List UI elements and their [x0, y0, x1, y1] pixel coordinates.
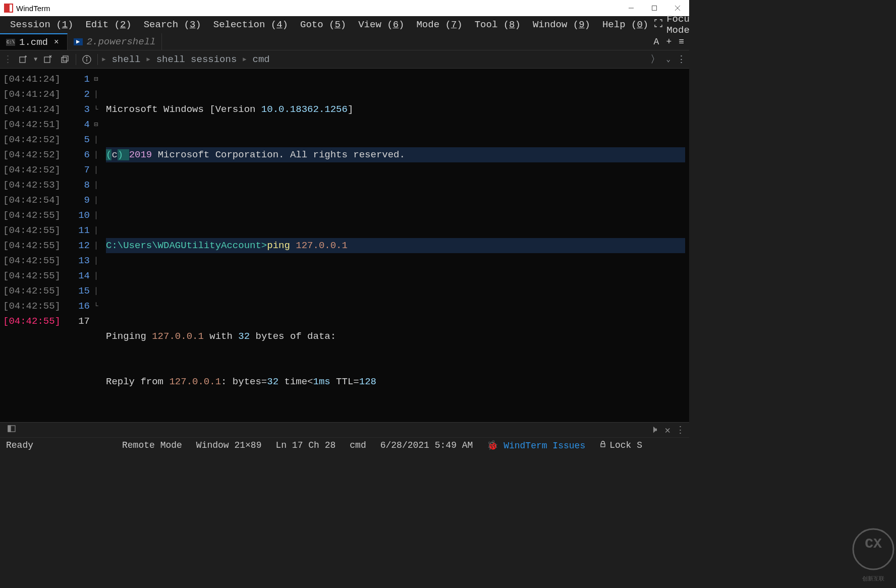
tab-menu-icon[interactable]: ≡	[679, 37, 684, 47]
status-issues[interactable]: 🐞 WindTerm Issues	[487, 440, 585, 451]
svg-rect-3	[652, 6, 657, 11]
tabbar: C:\ 1.cmd × ▶ 2.powershell A + ≡	[0, 33, 689, 50]
chevron-right-icon: ▶	[102, 55, 105, 63]
menu-window[interactable]: Window (9)	[527, 17, 596, 32]
chevron-down-icon[interactable]: ▼	[34, 56, 37, 63]
breadcrumb: ▶ shell ▶ shell sessions ▶ cmd	[102, 54, 270, 65]
terminal-area[interactable]: [04:41:24] [04:41:24] [04:41:24] [04:42:…	[0, 69, 689, 422]
app-icon	[4, 4, 13, 13]
timestamp-gutter: [04:41:24] [04:41:24] [04:41:24] [04:42:…	[0, 69, 66, 422]
statusbar: Ready Remote Mode Window 21×89 Ln 17 Ch …	[0, 437, 689, 452]
breadcrumb-item[interactable]: shell	[111, 54, 140, 65]
tab-cmd[interactable]: C:\ 1.cmd ×	[0, 33, 68, 50]
powershell-icon: ▶	[74, 38, 83, 45]
duplicate-session-icon[interactable]	[59, 53, 72, 66]
svg-rect-15	[63, 56, 68, 61]
tab-actions: A + ≡	[654, 33, 689, 50]
app-title: WindTerm	[16, 4, 620, 13]
breadcrumb-item[interactable]: shell sessions	[156, 54, 237, 65]
menu-mode[interactable]: Mode (7)	[410, 17, 468, 32]
close-icon[interactable]: ×	[52, 38, 61, 47]
status-lock[interactable]: Lock S	[599, 440, 642, 450]
panel-bar: 🕨 ✕ ⋮	[0, 422, 689, 437]
status-cursor[interactable]: Ln 17 Ch 28	[275, 440, 335, 450]
chevron-right-icon: ▶	[146, 55, 150, 63]
status-window-size[interactable]: Window 21×89	[196, 440, 262, 450]
menu-search[interactable]: Search (3)	[138, 17, 207, 32]
status-datetime: 6/28/2021 5:49 AM	[380, 440, 473, 450]
panel-more-icon[interactable]: ⋮	[676, 424, 685, 436]
svg-rect-8	[20, 57, 25, 63]
svg-rect-14	[62, 57, 67, 63]
menu-session[interactable]: Session (1)	[4, 17, 79, 32]
fold-icon[interactable]: ⊟	[94, 72, 103, 87]
tab-label: 1.cmd	[19, 37, 48, 48]
more-icon[interactable]: ⋮	[677, 53, 686, 66]
menu-tool[interactable]: Tool (8)	[469, 17, 527, 32]
menu-view[interactable]: View (6)	[352, 17, 410, 32]
volume-icon[interactable]: 🕨	[650, 424, 660, 436]
lock-icon	[599, 440, 606, 450]
font-size-icon[interactable]: A	[654, 37, 659, 47]
tab-powershell[interactable]: ▶ 2.powershell	[68, 33, 162, 50]
new-session-icon[interactable]	[17, 53, 30, 66]
status-mode[interactable]: Remote Mode	[122, 440, 182, 450]
minimize-button[interactable]	[620, 0, 643, 16]
tab-label: 2.powershell	[87, 36, 156, 47]
panel-close-icon[interactable]: ✕	[665, 424, 670, 436]
focus-mode-icon	[654, 19, 662, 30]
panel-icon[interactable]	[7, 424, 16, 436]
status-ready: Ready	[6, 440, 33, 450]
svg-rect-1	[5, 4, 10, 12]
focus-mode-button[interactable]: Focus Mode	[654, 14, 689, 36]
forward-icon[interactable]: 〉	[650, 52, 660, 66]
session-toolbar: ⋮ ▼ ▶ shell ▶ shell sessions ▶ cmd 〉 ⌄ ⋮	[0, 50, 689, 69]
fold-icon[interactable]: ⊟	[94, 117, 103, 132]
chevron-right-icon: ▶	[243, 55, 246, 63]
fold-gutter: ⊟ │ └ ⊟ │││││││││││└	[94, 69, 103, 422]
menu-selection[interactable]: Selection (4)	[207, 17, 294, 32]
terminal-content[interactable]: Microsoft Windows [Version 10.0.18362.12…	[103, 69, 689, 422]
titlebar: WindTerm	[0, 0, 689, 16]
menu-edit[interactable]: Edit (2)	[79, 17, 137, 32]
menu-help[interactable]: Help (0)	[596, 17, 654, 32]
info-icon[interactable]	[80, 53, 93, 66]
close-session-icon[interactable]	[41, 53, 54, 66]
add-tab-icon[interactable]: +	[666, 37, 671, 47]
breadcrumb-item[interactable]: cmd	[253, 54, 270, 65]
menu-goto[interactable]: Goto (5)	[294, 17, 352, 32]
bug-icon: 🐞	[487, 441, 498, 451]
svg-rect-20	[8, 426, 11, 432]
svg-rect-21	[601, 444, 605, 447]
menubar: Session (1) Edit (2) Search (3) Selectio…	[0, 16, 689, 33]
dropdown-icon[interactable]: ⌄	[666, 55, 670, 64]
svg-rect-11	[44, 57, 50, 63]
svg-point-18	[86, 57, 87, 58]
cmd-icon: C:\	[6, 39, 15, 46]
line-number-gutter: 1 2 3 4 5 6 7 8 9 10 11 12 13 14 15 16 1…	[66, 69, 94, 422]
status-shell[interactable]: cmd	[350, 440, 366, 450]
